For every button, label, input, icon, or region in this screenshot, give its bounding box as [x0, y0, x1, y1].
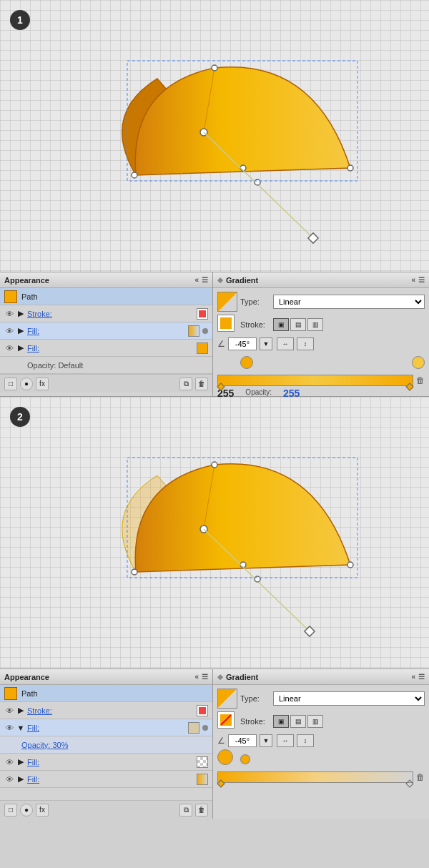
angle-input-2[interactable] — [228, 734, 257, 747]
stroke-label-2[interactable]: Stroke: — [27, 706, 52, 715]
copy-btn-2[interactable]: ⧉ — [179, 804, 192, 817]
fill2-swatch-1 — [197, 342, 208, 354]
eye-icon-fill2-1[interactable]: 👁 — [4, 343, 14, 353]
fill1-row-1[interactable]: 👁 ▶ Fill: — [0, 322, 212, 340]
svg-point-10 — [212, 462, 217, 468]
triangle-fill2-1[interactable]: ▶ — [16, 344, 25, 352]
stop-marker-right-2[interactable] — [405, 779, 413, 787]
fill2-row-1[interactable]: 👁 ▶ Fill: — [0, 340, 212, 357]
appearance-toolbar-1: □ ● fx ⧉ 🗑 — [0, 374, 212, 393]
angle-dropdown-2[interactable]: ▼ — [260, 734, 272, 747]
collapse-icon-2[interactable]: « — [194, 673, 199, 681]
trash-icon-1[interactable]: 🗑 — [416, 375, 425, 385]
stop-circle-main-2[interactable] — [217, 749, 233, 765]
stroke-btn-along-2[interactable]: ▤ — [290, 715, 306, 728]
triangle-fill2-2[interactable]: ▶ — [16, 758, 25, 766]
fill2-swatch-2 — [197, 756, 208, 768]
appearance-titlebar-controls-1[interactable]: « ☰ — [194, 276, 208, 284]
menu-icon-g2[interactable]: ☰ — [418, 673, 425, 681]
stop-circle-2[interactable] — [412, 356, 425, 369]
gradient-bar-1[interactable] — [217, 375, 413, 386]
stroke-btn-fill-2[interactable]: ▣ — [273, 715, 289, 728]
appearance-panel-2: Appearance « ☰ Path 👁 ▶ Stroke: 👁 ▼ Fill… — [0, 669, 213, 819]
stroke-btn-along-1[interactable]: ▤ — [290, 318, 306, 331]
gradient-titlebar-1: ◆ Gradient « ☰ — [213, 272, 429, 288]
delete-btn-2[interactable]: 🗑 — [195, 804, 208, 817]
circle-btn-1[interactable]: ● — [20, 378, 33, 390]
fill1-label-2[interactable]: Fill: — [27, 724, 39, 732]
umbrella-illustration-2 — [43, 425, 386, 654]
stroke-type-row-1: Stroke: ▣ ▤ ▥ — [217, 315, 425, 335]
opacity-row-1: Opacity: Default — [0, 357, 212, 374]
gradient-titlebar-controls-1[interactable]: « ☰ — [411, 276, 425, 284]
flip-btn-2[interactable]: ↕ — [297, 734, 314, 747]
rect-btn-1[interactable]: □ — [4, 378, 17, 390]
gradient-titlebar-controls-2[interactable]: « ☰ — [411, 673, 425, 681]
path-row-1[interactable]: Path — [0, 288, 212, 305]
menu-icon-g1[interactable]: ☰ — [418, 276, 425, 284]
stroke-btn-across-1[interactable]: ▥ — [307, 318, 323, 331]
fill1-label-1[interactable]: Fill: — [27, 327, 39, 335]
svg-point-3 — [347, 165, 353, 171]
eye-icon-fill2-2[interactable]: 👁 — [4, 757, 14, 767]
step-badge-2: 2 — [10, 407, 30, 427]
trash-icon-2[interactable]: 🗑 — [416, 772, 425, 782]
stop-marker-left-2[interactable] — [217, 779, 225, 787]
menu-icon-2[interactable]: ☰ — [202, 673, 208, 681]
fill2-label-1[interactable]: Fill: — [27, 344, 39, 352]
gradient-bar-2[interactable] — [217, 771, 413, 783]
stroke-row-1[interactable]: 👁 ▶ Stroke: — [0, 305, 212, 322]
gradient-type-select-2[interactable]: Linear — [273, 691, 425, 706]
rect-btn-2[interactable]: □ — [4, 804, 17, 817]
gradient-swatch-preview-2[interactable] — [217, 689, 237, 709]
triangle-fill3-2[interactable]: ▶ — [16, 775, 25, 784]
delete-btn-1[interactable]: 🗑 — [195, 378, 208, 390]
fill2-label-2[interactable]: Fill: — [27, 758, 39, 766]
eye-icon-fill3-2[interactable]: 👁 — [4, 774, 14, 784]
stop-diamond-2[interactable] — [238, 752, 252, 766]
flip-btn-1[interactable]: ↕ — [297, 337, 314, 350]
reverse-btn-2[interactable]: ↔ — [277, 734, 294, 747]
stroke-label-1[interactable]: Stroke: — [27, 310, 52, 318]
path-swatch-2 — [4, 687, 17, 700]
stroke-btn-fill-1[interactable]: ▣ — [273, 318, 289, 331]
copy-btn-1[interactable]: ⧉ — [179, 378, 192, 390]
angle-input-1[interactable] — [228, 337, 257, 350]
eye-icon-fill1-1[interactable]: 👁 — [4, 326, 14, 336]
fill2-row-2[interactable]: 👁 ▶ Fill: — [0, 754, 212, 771]
triangle-fill1-1[interactable]: ▶ — [16, 327, 25, 335]
stop-circle-1[interactable] — [240, 356, 253, 369]
gradient-swatch-preview-1[interactable] — [217, 292, 237, 312]
appearance-titlebar-controls-2[interactable]: « ☰ — [194, 673, 208, 681]
fill3-label-2[interactable]: Fill: — [27, 775, 39, 784]
angle-dropdown-1[interactable]: ▼ — [260, 337, 272, 350]
appearance-title-1: Appearance — [4, 276, 49, 285]
collapse-icon-g2[interactable]: « — [411, 673, 415, 681]
stroke-label-g1: Stroke: — [240, 320, 270, 329]
path-row-2[interactable]: Path — [0, 685, 212, 702]
triangle-stroke-2[interactable]: ▶ — [16, 706, 25, 715]
stroke-row-2[interactable]: 👁 ▶ Stroke: — [0, 702, 212, 719]
eye-icon-stroke-1[interactable]: 👁 — [4, 309, 14, 319]
fill1-row-2[interactable]: 👁 ▼ Fill: — [0, 719, 212, 736]
opacity-value-2: 30% — [52, 741, 68, 749]
angle-row-2: ∠ ▼ ↔ ↕ — [217, 734, 425, 747]
fill3-row-2[interactable]: 👁 ▶ Fill: — [0, 771, 212, 788]
path-label-2: Path — [21, 689, 38, 698]
circle-btn-2[interactable]: ● — [20, 804, 33, 817]
appearance-toolbar-2: □ ● fx ⧉ 🗑 — [0, 800, 212, 819]
stop-color-preview-1 — [217, 352, 237, 373]
gradient-type-select-1[interactable]: Linear — [273, 295, 425, 309]
triangle-fill1-2[interactable]: ▼ — [16, 724, 25, 732]
menu-icon-1[interactable]: ☰ — [202, 276, 208, 284]
stroke-btn-across-2[interactable]: ▥ — [307, 715, 323, 728]
fx-btn-1[interactable]: fx — [36, 378, 49, 390]
eye-icon-stroke-2[interactable]: 👁 — [4, 706, 14, 716]
svg-point-2 — [132, 172, 137, 178]
triangle-stroke-1[interactable]: ▶ — [16, 310, 25, 318]
eye-icon-fill1-2[interactable]: 👁 — [4, 723, 14, 733]
collapse-icon-g1[interactable]: « — [411, 276, 415, 284]
collapse-icon-1[interactable]: « — [194, 276, 199, 284]
reverse-btn-1[interactable]: ↔ — [277, 337, 294, 350]
fx-btn-2[interactable]: fx — [36, 804, 49, 817]
